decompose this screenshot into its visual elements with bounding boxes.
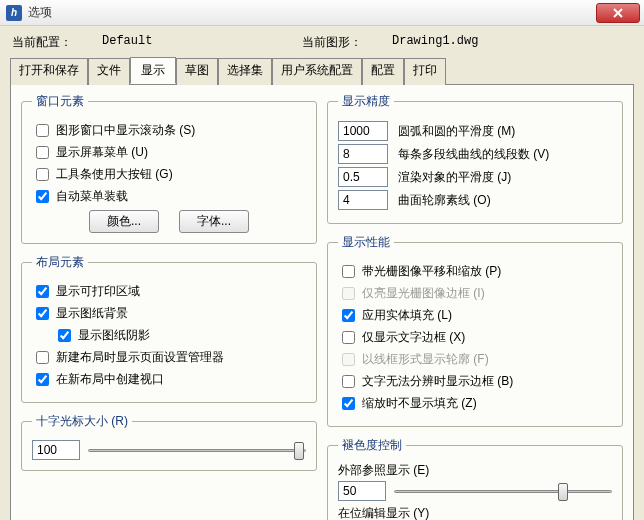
- tab-selection[interactable]: 选择集: [218, 58, 272, 85]
- config-row: 当前配置： Default 当前图形： Drawing1.dwg: [10, 32, 634, 57]
- legend-fade: 褪色度控制: [338, 437, 406, 454]
- poly-seg-label: 每条多段线曲线的线段数 (V): [398, 146, 549, 163]
- crosshair-input[interactable]: [32, 440, 80, 460]
- inplace-fade-label: 在位编辑显示 (Y): [338, 505, 612, 520]
- font-button[interactable]: 字体...: [179, 210, 249, 233]
- tab-file[interactable]: 文件: [88, 58, 130, 85]
- group-layout-elements: 布局元素 显示可打印区域 显示图纸背景 显示图纸阴影 新建布局时显示页面设置管理…: [21, 254, 317, 403]
- xref-fade-label: 外部参照显示 (E): [338, 462, 612, 479]
- chk-zoom-nofill[interactable]: 缩放时不显示填充 (Z): [338, 394, 477, 413]
- group-precision: 显示精度 圆弧和圆的平滑度 (M) 每条多段线曲线的线段数 (V) 渲染对象的平…: [327, 93, 623, 224]
- color-button[interactable]: 颜色...: [89, 210, 159, 233]
- current-profile-label: 当前配置：: [12, 34, 102, 51]
- group-performance: 显示性能 带光栅图像平移和缩放 (P) 仅亮显光栅图像边框 (I) 应用实体填充…: [327, 234, 623, 427]
- legend-performance: 显示性能: [338, 234, 394, 251]
- right-column: 显示精度 圆弧和圆的平滑度 (M) 每条多段线曲线的线段数 (V) 渲染对象的平…: [327, 93, 623, 520]
- tab-open-save[interactable]: 打开和保存: [10, 58, 88, 85]
- chk-solid-fill[interactable]: 应用实体填充 (L): [338, 306, 452, 325]
- arc-smooth-label: 圆弧和圆的平滑度 (M): [398, 123, 515, 140]
- slider-thumb[interactable]: [294, 442, 304, 460]
- tab-display[interactable]: 显示: [130, 57, 176, 84]
- group-crosshair: 十字光标大小 (R): [21, 413, 317, 471]
- legend-layout-elements: 布局元素: [32, 254, 88, 271]
- slider-track: [394, 490, 612, 493]
- group-fade: 褪色度控制 外部参照显示 (E) 在位编辑显示 (Y): [327, 437, 623, 520]
- legend-crosshair: 十字光标大小 (R): [32, 413, 132, 430]
- chk-page-setup[interactable]: 新建布局时显示页面设置管理器: [32, 348, 224, 367]
- window-title: 选项: [28, 4, 596, 21]
- chk-printable[interactable]: 显示可打印区域: [32, 282, 140, 301]
- render-smooth-label: 渲染对象的平滑度 (J): [398, 169, 511, 186]
- close-button[interactable]: [596, 3, 640, 23]
- chk-paper-bg[interactable]: 显示图纸背景: [32, 304, 128, 323]
- tab-config[interactable]: 配置: [362, 58, 404, 85]
- tab-print[interactable]: 打印: [404, 58, 446, 85]
- app-icon: h: [6, 5, 22, 21]
- legend-precision: 显示精度: [338, 93, 394, 110]
- close-icon: [612, 8, 624, 18]
- dialog-body: 当前配置： Default 当前图形： Drawing1.dwg 打开和保存 文…: [0, 26, 644, 520]
- surface-line-input[interactable]: [338, 190, 388, 210]
- crosshair-slider[interactable]: [88, 440, 306, 460]
- tab-sketch[interactable]: 草图: [176, 58, 218, 85]
- chk-raster-frame: 仅亮显光栅图像边框 (I): [338, 284, 485, 303]
- chk-large-buttons[interactable]: 工具条使用大按钮 (G): [32, 165, 173, 184]
- chk-wire-silhouette: 以线框形式显示轮廓 (F): [338, 350, 489, 369]
- group-window-elements: 窗口元素 图形窗口中显示滚动条 (S) 显示屏幕菜单 (U) 工具条使用大按钮 …: [21, 93, 317, 244]
- tab-panel: 窗口元素 图形窗口中显示滚动条 (S) 显示屏幕菜单 (U) 工具条使用大按钮 …: [10, 85, 634, 520]
- chk-auto-menu[interactable]: 自动菜单装载: [32, 187, 128, 206]
- title-bar: h 选项: [0, 0, 644, 26]
- current-profile-value: Default: [102, 34, 302, 51]
- surface-line-label: 曲面轮廓素线 (O): [398, 192, 491, 209]
- poly-seg-input[interactable]: [338, 144, 388, 164]
- chk-scrollbars[interactable]: 图形窗口中显示滚动条 (S): [32, 121, 195, 140]
- chk-text-unreadable[interactable]: 文字无法分辨时显示边框 (B): [338, 372, 513, 391]
- chk-raster-pan[interactable]: 带光栅图像平移和缩放 (P): [338, 262, 501, 281]
- arc-smooth-input[interactable]: [338, 121, 388, 141]
- current-drawing-label: 当前图形：: [302, 34, 392, 51]
- slider-thumb[interactable]: [558, 483, 568, 501]
- slider-track: [88, 449, 306, 452]
- render-smooth-input[interactable]: [338, 167, 388, 187]
- xref-fade-input[interactable]: [338, 481, 386, 501]
- chk-paper-shadow[interactable]: 显示图纸阴影: [54, 326, 150, 345]
- chk-text-frame[interactable]: 仅显示文字边框 (X): [338, 328, 465, 347]
- xref-fade-slider[interactable]: [394, 481, 612, 501]
- left-column: 窗口元素 图形窗口中显示滚动条 (S) 显示屏幕菜单 (U) 工具条使用大按钮 …: [21, 93, 317, 520]
- tab-user-sys[interactable]: 用户系统配置: [272, 58, 362, 85]
- chk-screen-menu[interactable]: 显示屏幕菜单 (U): [32, 143, 148, 162]
- current-drawing-value: Drawing1.dwg: [392, 34, 592, 51]
- legend-window-elements: 窗口元素: [32, 93, 88, 110]
- chk-viewport[interactable]: 在新布局中创建视口: [32, 370, 164, 389]
- tab-bar: 打开和保存 文件 显示 草图 选择集 用户系统配置 配置 打印: [10, 57, 634, 85]
